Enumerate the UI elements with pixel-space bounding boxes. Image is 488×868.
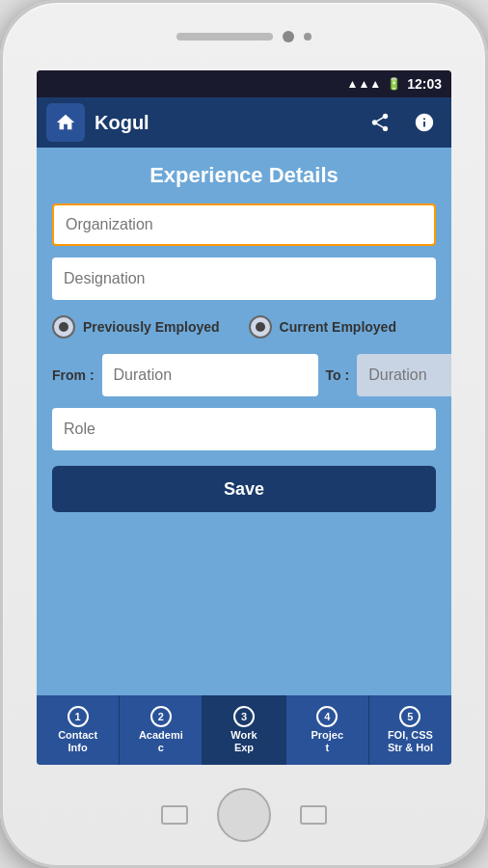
duration-row: From : To :: [52, 354, 436, 396]
phone-shell: ▲▲▲ 🔋 12:03 Kogul: [0, 0, 488, 868]
nav-work-exp[interactable]: 3 WorkExp: [203, 695, 285, 765]
nav-foi[interactable]: 5 FOI, CSSStr & Hol: [369, 695, 451, 765]
info-icon: [414, 112, 435, 133]
app-title: Kogul: [95, 112, 353, 134]
main-content: Experience Details Previously Employed C…: [37, 148, 451, 695]
duration-from-input[interactable]: [102, 354, 318, 396]
sensor: [304, 33, 312, 41]
nav-num-4: 4: [316, 706, 338, 727]
previously-employed-radio-circle: [52, 315, 75, 339]
nav-contact-info[interactable]: 1 ContactInfo: [37, 695, 120, 765]
battery-icon: 🔋: [387, 77, 401, 91]
radio-inner-2: [256, 322, 265, 332]
signal-icon: ▲▲▲: [347, 77, 382, 91]
share-icon: [369, 112, 391, 133]
nav-project[interactable]: 4 Project: [286, 695, 369, 765]
current-employed-label: Current Employed: [280, 319, 396, 336]
nav-label-1: ContactInfo: [58, 729, 97, 754]
status-bar: ▲▲▲ 🔋 12:03: [37, 70, 451, 97]
nav-label-4: Project: [311, 729, 343, 754]
previously-employed-label: Previously Employed: [83, 319, 220, 336]
nav-academic[interactable]: 2 Academic: [120, 695, 203, 765]
nav-num-1: 1: [68, 706, 89, 727]
back-button-hardware[interactable]: [161, 805, 188, 825]
app-bar: Kogul: [37, 97, 451, 148]
speaker-grille: [176, 33, 273, 41]
save-button[interactable]: Save: [52, 466, 436, 512]
nav-num-3: 3: [233, 706, 255, 727]
employment-type-row: Previously Employed Current Employed: [52, 312, 436, 342]
organization-input[interactable]: [52, 203, 436, 246]
info-button[interactable]: [407, 105, 442, 140]
home-icon: [55, 112, 76, 133]
phone-top-hardware: [3, 3, 485, 70]
menu-button-hardware[interactable]: [300, 805, 327, 825]
home-button-hardware[interactable]: [217, 788, 271, 842]
nav-label-3: WorkExp: [230, 729, 257, 754]
share-button[interactable]: [363, 105, 397, 140]
section-title: Experience Details: [52, 163, 436, 188]
home-button[interactable]: [46, 103, 85, 142]
to-label: To :: [326, 367, 350, 383]
current-employed-radio-circle: [249, 315, 272, 339]
screen: ▲▲▲ 🔋 12:03 Kogul: [37, 70, 451, 765]
bottom-nav: 1 ContactInfo 2 Academic 3 WorkExp 4 Pro…: [37, 695, 451, 765]
duration-to-input[interactable]: [357, 354, 451, 396]
nav-num-5: 5: [399, 706, 420, 727]
nav-label-5: FOI, CSSStr & Hol: [388, 729, 433, 754]
from-label: From :: [52, 367, 95, 383]
nav-label-2: Academic: [139, 729, 183, 754]
nav-num-2: 2: [150, 706, 172, 727]
previously-employed-radio[interactable]: Previously Employed: [52, 315, 220, 339]
designation-input[interactable]: [52, 258, 436, 300]
phone-bottom-hardware: [161, 765, 327, 865]
status-time: 12:03: [407, 76, 442, 92]
role-input[interactable]: [52, 408, 436, 450]
radio-inner: [59, 322, 68, 332]
current-employed-radio[interactable]: Current Employed: [249, 315, 396, 339]
camera: [283, 31, 294, 42]
